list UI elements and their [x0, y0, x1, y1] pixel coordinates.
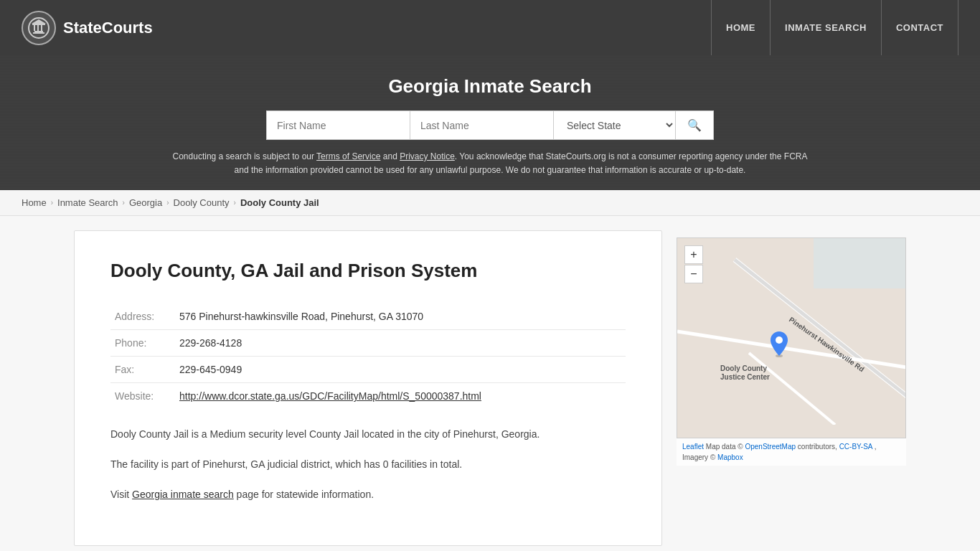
- breadcrumb: Home › Inmate Search › Georgia › Dooly C…: [0, 190, 980, 216]
- svg-rect-4: [37, 25, 39, 31]
- breadcrumb-inmate-search[interactable]: Inmate Search: [57, 197, 118, 208]
- website-value: http://www.dcor.state.ga.us/GDC/Facility…: [175, 383, 626, 410]
- mapbox-link[interactable]: Mapbox: [717, 453, 743, 461]
- map-svg: Pinehurst Hawkinsville Rd Dooly County J…: [677, 238, 906, 425]
- logo-area: StateCourts: [22, 11, 153, 45]
- breadcrumb-georgia[interactable]: Georgia: [129, 197, 162, 208]
- svg-rect-9: [814, 238, 906, 288]
- svg-text:Justice Center: Justice Center: [720, 373, 770, 381]
- info-table: Address: 576 Pinehurst-hawkinsville Road…: [110, 303, 626, 409]
- svg-text:Dooly County: Dooly County: [720, 364, 767, 372]
- outer-wrapper: Dooly County, GA Jail and Prison System …: [0, 216, 980, 551]
- page-title: Dooly County, GA Jail and Prison System: [110, 260, 626, 282]
- description-3: Visit Georgia inmate search page for sta…: [110, 486, 626, 504]
- fax-value: 229-645-0949: [175, 357, 626, 383]
- right-panel: Pinehurst Hawkinsville Rd Dooly County J…: [677, 230, 906, 545]
- last-name-input[interactable]: [410, 110, 553, 140]
- logo-icon: [22, 11, 56, 45]
- logo-text: StateCourts: [63, 19, 153, 37]
- website-link[interactable]: http://www.dcor.state.ga.us/GDC/Facility…: [179, 390, 481, 402]
- search-bar: Select StateAlabamaAlaskaArizonaArkansas…: [14, 110, 966, 140]
- map-attribution: Leaflet Map data © OpenStreetMap contrib…: [677, 438, 906, 466]
- nav-inmate-search[interactable]: INMATE SEARCH: [770, 0, 881, 55]
- breadcrumb-sep-3: ›: [166, 199, 169, 207]
- breadcrumb-current: Dooly County Jail: [240, 197, 319, 208]
- breadcrumb-sep-1: ›: [51, 199, 53, 207]
- phone-row: Phone: 229-268-4128: [110, 330, 626, 357]
- osm-link[interactable]: OpenStreetMap: [745, 443, 796, 451]
- breadcrumb-dooly-county[interactable]: Dooly County: [174, 197, 230, 208]
- map-pin: [771, 331, 788, 359]
- hero-title: Georgia Inmate Search: [14, 75, 966, 98]
- state-select[interactable]: Select StateAlabamaAlaskaArizonaArkansas…: [553, 110, 675, 140]
- georgia-inmate-search-link[interactable]: Georgia inmate search: [132, 489, 234, 500]
- website-label: Website:: [110, 383, 175, 410]
- map-controls: + −: [684, 245, 703, 283]
- website-row: Website: http://www.dcor.state.ga.us/GDC…: [110, 383, 626, 410]
- map-zoom-out[interactable]: −: [684, 265, 703, 283]
- site-header: StateCourts HOME INMATE SEARCH CONTACT: [0, 0, 980, 55]
- privacy-link[interactable]: Privacy Notice: [400, 151, 455, 161]
- phone-label: Phone:: [110, 330, 175, 357]
- main-content-row: Dooly County, GA Jail and Prison System …: [60, 216, 920, 551]
- search-icon: 🔍: [687, 119, 702, 131]
- address-value: 576 Pinehurst-hawkinsville Road, Pinehur…: [175, 303, 626, 330]
- svg-rect-1: [33, 32, 44, 34]
- svg-rect-6: [32, 24, 45, 25]
- first-name-input[interactable]: [266, 110, 410, 140]
- map-container: Pinehurst Hawkinsville Rd Dooly County J…: [677, 237, 906, 438]
- svg-rect-3: [34, 25, 35, 31]
- description-1: Dooly County Jail is a Medium security l…: [110, 426, 626, 443]
- breadcrumb-sep-2: ›: [123, 199, 125, 207]
- svg-rect-2: [34, 31, 43, 32]
- nav-home[interactable]: HOME: [711, 0, 770, 55]
- main-nav: HOME INMATE SEARCH CONTACT: [711, 0, 958, 55]
- fax-row: Fax: 229-645-0949: [110, 357, 626, 383]
- cc-link[interactable]: CC-BY-SA: [839, 443, 872, 451]
- address-label: Address:: [110, 303, 175, 330]
- map-zoom-in[interactable]: +: [684, 245, 703, 264]
- leaflet-link[interactable]: Leaflet: [682, 443, 704, 451]
- hero-section: Georgia Inmate Search Select StateAlabam…: [0, 55, 980, 190]
- svg-point-18: [776, 336, 783, 344]
- phone-value: 229-268-4128: [175, 330, 626, 357]
- breadcrumb-home[interactable]: Home: [22, 197, 47, 208]
- fax-label: Fax:: [110, 357, 175, 383]
- nav-contact[interactable]: CONTACT: [881, 0, 958, 55]
- left-panel: Dooly County, GA Jail and Prison System …: [74, 230, 662, 545]
- breadcrumb-sep-4: ›: [234, 199, 236, 207]
- svg-rect-5: [41, 25, 42, 31]
- map-background: Pinehurst Hawkinsville Rd Dooly County J…: [677, 238, 905, 438]
- tos-link[interactable]: Terms of Service: [316, 151, 380, 161]
- address-row: Address: 576 Pinehurst-hawkinsville Road…: [110, 303, 626, 330]
- search-button[interactable]: 🔍: [675, 110, 714, 140]
- description-2: The facility is part of Pinehurst, GA ju…: [110, 456, 626, 474]
- hero-disclaimer: Conducting a search is subject to our Te…: [167, 150, 813, 177]
